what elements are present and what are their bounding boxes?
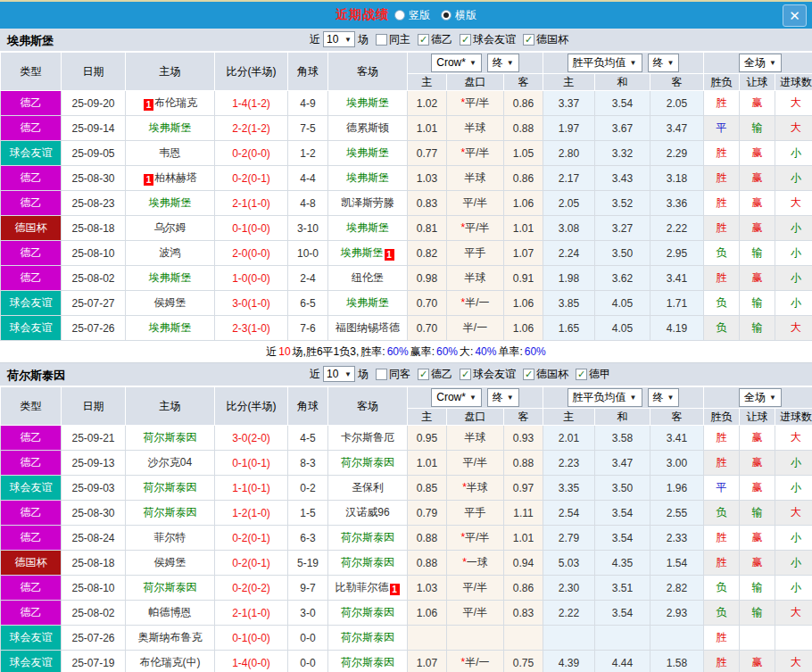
avg-draw-cell: 3.54 — [595, 601, 650, 626]
type-cell: 球会友谊 — [1, 141, 62, 166]
fulltime-score: 1-2 — [232, 507, 247, 519]
avg-home-cell: 2.79 — [543, 526, 595, 551]
team-name-text: 埃弗斯堡 — [149, 271, 192, 284]
avg-type-select[interactable]: 胜平负均值▼ — [568, 54, 642, 72]
fulltime-select[interactable]: 全场▼ — [739, 54, 782, 72]
team-name-text: 菲尔特 — [154, 531, 186, 543]
avg-away-cell: 1.54 — [650, 551, 704, 576]
fulltime-select[interactable]: 全场▼ — [739, 388, 782, 407]
radio-icon — [394, 10, 405, 21]
result-goals-cell: 小 — [775, 476, 812, 501]
result-goals-cell — [775, 626, 812, 651]
match-row: 德乙25-09-13沙尔克040-1(0-1)8-3荷尔斯泰因1.01平/半0.… — [1, 451, 812, 476]
type-cell: 德乙 — [1, 191, 62, 216]
filter-same-checkbox[interactable]: 同客 — [376, 367, 410, 382]
type-cell: 德乙 — [1, 116, 62, 141]
radio-vertical-layout[interactable]: 竖版 — [394, 8, 430, 23]
checkbox-checked-icon: ✓ — [418, 369, 429, 380]
type-cell: 德乙 — [1, 501, 62, 526]
odds-away-cell: 0.83 — [504, 601, 543, 626]
halftime-score: (1-2) — [248, 122, 270, 135]
team-name-text: 柏林赫塔 — [154, 171, 197, 184]
type-cell: 德乙 — [1, 426, 62, 451]
filter-same-checkbox[interactable]: 同主 — [376, 32, 410, 47]
bookmaker-select[interactable]: Crow*▼ — [431, 388, 482, 407]
close-button[interactable]: ✕ — [783, 4, 807, 27]
filter-league-checkbox[interactable]: ✓德国杯 — [523, 32, 568, 47]
away-team-cell: 埃弗斯堡 — [328, 141, 408, 166]
away-team-cell: 汉诺威96 — [328, 501, 408, 526]
chevron-down-icon: ▼ — [630, 394, 637, 402]
odds-home-cell: 0.82 — [408, 241, 447, 266]
col-result-handicap: 让球 — [740, 74, 775, 91]
odds-handicap-cell: 平手 — [447, 501, 504, 526]
filter-league-checkbox[interactable]: ✓德乙 — [418, 367, 452, 382]
dialog-title: 近期战绩 — [336, 7, 389, 23]
fulltime-header-group: 全场▼ — [704, 387, 812, 409]
away-team-cell: 埃弗斯堡 — [328, 91, 408, 116]
home-team-cell: 埃弗斯堡 — [126, 116, 215, 141]
summary-prefix: 近 — [266, 344, 277, 360]
odds-handicap-cell: *半/一 — [447, 651, 504, 672]
odds-final-select[interactable]: 终▼ — [487, 54, 519, 72]
filter-league-checkbox[interactable]: ✓德甲 — [576, 367, 610, 382]
date-cell: 25-07-19 — [62, 651, 126, 672]
filter-league-checkbox[interactable]: ✓球会友谊 — [460, 367, 516, 382]
result-goals-cell: 小 — [775, 216, 812, 241]
result-goals-cell: 小 — [775, 141, 812, 166]
avg-draw-cell: 3.50 — [595, 241, 650, 266]
avg-type-select[interactable]: 胜平负均值▼ — [568, 388, 642, 407]
score-cell: 0-2(0-0) — [215, 141, 288, 166]
team-name-text: 卡尔斯鲁厄 — [341, 431, 394, 444]
type-cell: 球会友谊 — [1, 291, 62, 316]
checkbox-checked-icon: ✓ — [418, 34, 429, 46]
halftime-score: (0-0) — [248, 222, 270, 235]
team-name-text: 布伦瑞克 — [154, 96, 197, 109]
col-home: 主场 — [126, 387, 215, 426]
away-team-cell: 德累斯顿 — [328, 116, 408, 141]
filter-league-label: 德甲 — [589, 367, 610, 382]
handicap-text: 平/半 — [465, 146, 489, 159]
bookmaker-select[interactable]: Crow*▼ — [431, 54, 482, 72]
avg-final-select[interactable]: 终▼ — [648, 388, 680, 407]
result-handicap-cell: 赢 — [740, 266, 775, 291]
match-row: 德乙25-08-02帕德博恩2-1(1-0)3-0荷尔斯泰因1.06平/半0.8… — [1, 601, 812, 626]
chevron-down-icon: ▼ — [630, 59, 637, 67]
match-row: 德乙25-08-30荷尔斯泰因1-2(1-0)1-5汉诺威960.79平手1.1… — [1, 501, 812, 526]
home-team-cell: 奥斯纳布鲁克 — [126, 626, 215, 651]
col-avg-away: 客 — [650, 409, 704, 426]
result-handicap-cell: 赢 — [740, 551, 775, 576]
odds-home-cell: 0.83 — [408, 191, 447, 216]
radio-horizontal-label: 横版 — [455, 8, 476, 23]
fulltime-score: 0-2 — [232, 582, 247, 594]
filter-league-checkbox[interactable]: ✓德乙 — [418, 32, 452, 47]
result-handicap-cell: 赢 — [740, 526, 775, 551]
date-cell: 25-09-20 — [62, 91, 126, 116]
odds-home-cell: 0.77 — [408, 141, 447, 166]
recent-count-select[interactable]: 10▼ — [323, 31, 355, 47]
type-cell: 球会友谊 — [1, 626, 62, 651]
odds-final-select[interactable]: 终▼ — [487, 388, 519, 407]
score-cell: 3-0(2-0) — [215, 426, 288, 451]
filter-league-checkbox[interactable]: ✓德国杯 — [523, 367, 568, 382]
away-team-cell: 埃弗斯堡 — [328, 216, 408, 241]
result-wdl-cell: 胜 — [704, 551, 740, 576]
games-label: 场 — [358, 32, 369, 47]
col-avg-draw: 和 — [595, 409, 650, 426]
result-goals-cell: 小 — [775, 166, 812, 191]
team-name-text: 帕德博恩 — [149, 606, 192, 618]
col-odds-home: 主 — [408, 74, 447, 91]
fulltime-select-value: 全场 — [744, 55, 766, 71]
match-row: 德乙25-09-21荷尔斯泰因3-0(2-0)4-5卡尔斯鲁厄0.95半球0.9… — [1, 426, 812, 451]
team-name-text: 德累斯顿 — [346, 121, 389, 134]
radio-horizontal-layout[interactable]: 横版 — [441, 8, 476, 23]
halftime-score: (1-0) — [248, 197, 270, 210]
result-handicap-cell: 输 — [740, 291, 775, 316]
avg-final-select[interactable]: 终▼ — [648, 54, 680, 72]
type-cell: 球会友谊 — [1, 651, 62, 672]
halftime-score: (2-0) — [248, 432, 270, 444]
filter-league-checkbox[interactable]: ✓球会友谊 — [460, 32, 516, 47]
recent-count-select[interactable]: 10▼ — [323, 366, 355, 382]
score-cell: 3-0(1-0) — [215, 291, 288, 316]
corners-cell: 3-10 — [288, 216, 328, 241]
